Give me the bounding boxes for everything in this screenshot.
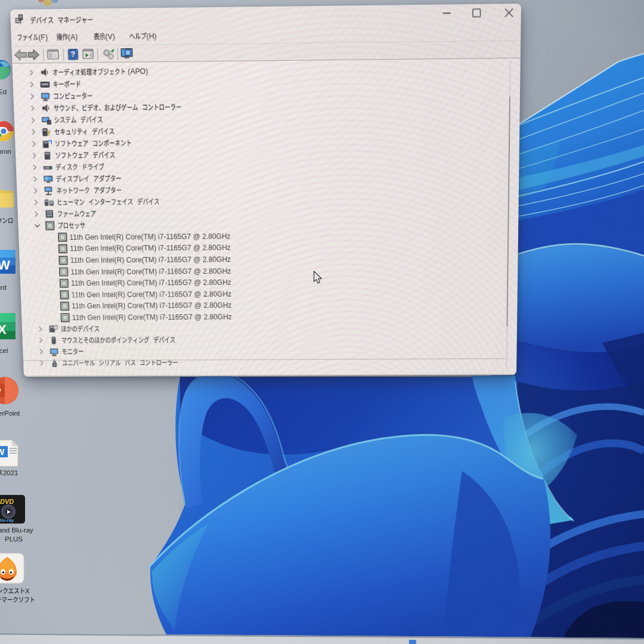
svg-text:11th Gen Intel(R) Core(TM) i7-: 11th Gen Intel(R) Core(TM) i7-1165G7 @ 2… bbox=[72, 302, 231, 311]
svg-text:verPoint: verPoint bbox=[0, 410, 20, 417]
svg-text:11th Gen Intel(R) Core(TM) i7-: 11th Gen Intel(R) Core(TM) i7-1165G7 @ 2… bbox=[70, 267, 231, 276]
svg-text:?: ? bbox=[55, 326, 57, 330]
svg-text:Ed: Ed bbox=[0, 88, 7, 95]
svg-text:PLUS: PLUS bbox=[5, 535, 23, 543]
svg-text:X: X bbox=[25, 587, 30, 595]
svg-text:11th Gen Intel(R) Core(TM) i7-: 11th Gen Intel(R) Core(TM) i7-1165G7 @ 2… bbox=[70, 244, 231, 253]
svg-text:Blu-ray: Blu-ray bbox=[0, 518, 14, 523]
svg-text:hron: hron bbox=[0, 148, 11, 155]
svg-text:(H): (H) bbox=[146, 32, 156, 41]
svg-text:(APO): (APO) bbox=[126, 67, 148, 76]
svg-text:11th Gen Intel(R) Core(TM) i7-: 11th Gen Intel(R) Core(TM) i7-1165G7 @ 2… bbox=[69, 232, 230, 242]
svg-text:xcel: xcel bbox=[0, 347, 8, 354]
svg-text:(A): (A) bbox=[68, 33, 78, 41]
svg-text:(F): (F) bbox=[38, 33, 48, 42]
svg-text:?: ? bbox=[70, 50, 75, 59]
svg-text:X: X bbox=[0, 322, 7, 337]
svg-text:W: W bbox=[0, 258, 10, 273]
svg-text:W: W bbox=[0, 447, 5, 457]
svg-text:(V): (V) bbox=[105, 33, 115, 41]
svg-text:and Blu-ray: and Blu-ray bbox=[0, 527, 33, 534]
svg-text:ord: ord bbox=[0, 284, 7, 291]
svg-text:2021: 2021 bbox=[3, 469, 18, 476]
svg-text:DVD: DVD bbox=[0, 498, 14, 505]
svg-text:11th Gen Intel(R) Core(TM) i7-: 11th Gen Intel(R) Core(TM) i7-1165G7 @ 2… bbox=[72, 313, 232, 322]
svg-text:11th Gen Intel(R) Core(TM) i7-: 11th Gen Intel(R) Core(TM) i7-1165G7 @ 2… bbox=[71, 290, 231, 299]
svg-text:11th Gen Intel(R) Core(TM) i7-: 11th Gen Intel(R) Core(TM) i7-1165G7 @ 2… bbox=[71, 278, 231, 287]
svg-text:11th Gen Intel(R) Core(TM) i7-: 11th Gen Intel(R) Core(TM) i7-1165G7 @ 2… bbox=[70, 255, 231, 264]
